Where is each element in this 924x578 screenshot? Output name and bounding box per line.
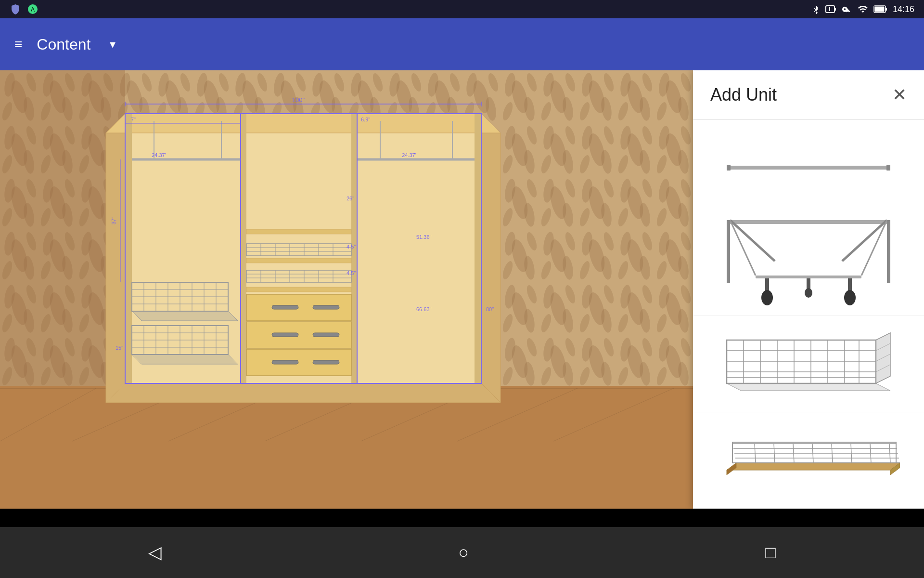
svg-point-128 <box>761 290 773 305</box>
app-bar: ≡ Content ▾ <box>0 18 924 70</box>
room-background: 100" 7" 24.37' 6.9" 24.37' 37" 26" 4.5" … <box>0 70 693 509</box>
svg-rect-34 <box>475 114 481 383</box>
svg-text:26": 26" <box>346 196 354 201</box>
svg-rect-120 <box>727 220 730 283</box>
svg-marker-30 <box>106 383 500 403</box>
svg-rect-118 <box>886 165 890 171</box>
svg-text:66.63": 66.63" <box>416 306 432 312</box>
wire-basket-image <box>710 326 907 403</box>
hanging-rail-image <box>710 151 907 185</box>
svg-rect-31 <box>125 114 132 383</box>
shelf-basket-svg <box>717 422 900 499</box>
home-button[interactable]: ○ <box>429 538 498 567</box>
svg-marker-152 <box>727 463 736 475</box>
svg-marker-27 <box>106 114 125 403</box>
app-title: Content <box>37 36 90 53</box>
svg-text:80": 80" <box>486 306 494 312</box>
svg-rect-89 <box>272 305 298 309</box>
bluetooth-icon <box>811 4 821 14</box>
panel-header: Add Unit ✕ <box>693 70 924 120</box>
svg-marker-146 <box>876 333 890 383</box>
closet-unit: 100" 7" 24.37' 6.9" 24.37' 37" 26" 4.5" … <box>96 94 505 422</box>
svg-rect-41 <box>246 229 351 234</box>
svg-line-164 <box>851 444 852 463</box>
svg-rect-7 <box>886 8 887 11</box>
svg-text:4.5": 4.5" <box>346 244 356 250</box>
unit-item-pull-down-rail[interactable] <box>693 216 924 316</box>
svg-line-162 <box>812 444 813 463</box>
unit-item-shelf-basket[interactable] <box>693 412 924 509</box>
svg-line-163 <box>832 444 833 463</box>
recent-button[interactable]: □ <box>736 538 805 567</box>
svg-rect-116 <box>727 166 890 170</box>
svg-rect-133 <box>727 340 876 383</box>
hanging-rail-svg <box>722 151 895 185</box>
dropdown-icon[interactable]: ▾ <box>110 38 116 51</box>
unit-item-wire-basket[interactable] <box>693 316 924 412</box>
battery-warning-icon <box>825 4 837 14</box>
svg-rect-90 <box>313 305 339 309</box>
svg-rect-121 <box>887 220 890 283</box>
svg-rect-91 <box>272 333 298 337</box>
unit-item-hanging-rail[interactable] <box>693 120 924 216</box>
svg-marker-55 <box>132 311 238 321</box>
svg-text:100": 100" <box>292 96 305 104</box>
svg-line-122 <box>730 220 775 261</box>
pull-down-rail-image <box>710 213 907 319</box>
status-time: 14:16 <box>893 4 914 14</box>
svg-line-159 <box>755 444 756 463</box>
svg-point-130 <box>844 290 856 305</box>
svg-rect-93 <box>272 360 298 364</box>
close-button[interactable]: ✕ <box>892 86 907 104</box>
svg-text:37": 37" <box>111 217 116 224</box>
svg-rect-94 <box>313 360 339 364</box>
svg-marker-67 <box>132 355 238 364</box>
svg-line-165 <box>870 444 871 463</box>
svg-rect-167 <box>732 442 896 463</box>
android-icon: A <box>27 3 38 15</box>
pull-down-rail-svg <box>717 213 900 319</box>
wire-basket-svg <box>717 326 900 403</box>
svg-rect-3 <box>834 8 836 11</box>
wifi-icon <box>857 4 869 14</box>
svg-line-125 <box>861 220 887 276</box>
main-content: 100" 7" 24.37' 6.9" 24.37' 37" 26" 4.5" … <box>0 70 924 509</box>
svg-text:4.5": 4.5" <box>346 270 356 276</box>
svg-rect-117 <box>727 165 731 171</box>
back-button[interactable]: ◁ <box>119 538 191 567</box>
svg-marker-28 <box>481 114 500 403</box>
3d-view[interactable]: 100" 7" 24.37' 6.9" 24.37' 37" 26" 4.5" … <box>0 70 693 509</box>
svg-rect-119 <box>727 220 890 224</box>
svg-point-132 <box>805 288 812 298</box>
svg-line-161 <box>793 444 794 463</box>
svg-text:7": 7" <box>131 117 136 122</box>
key-icon <box>842 4 852 14</box>
svg-line-160 <box>774 444 775 463</box>
svg-line-124 <box>842 220 887 261</box>
battery-icon <box>873 5 888 13</box>
status-right-icons: 14:16 <box>811 4 914 14</box>
svg-rect-43 <box>246 287 351 292</box>
menu-icon[interactable]: ≡ <box>14 37 22 52</box>
svg-text:51.36": 51.36" <box>416 234 432 240</box>
status-bar: A 14:16 <box>0 0 924 18</box>
svg-text:24.37': 24.37' <box>402 152 416 158</box>
svg-rect-126 <box>756 276 861 278</box>
svg-line-166 <box>889 444 890 463</box>
add-unit-panel: Add Unit ✕ <box>693 70 924 509</box>
svg-rect-6 <box>874 7 884 12</box>
svg-text:6.9": 6.9" <box>361 117 370 122</box>
shield-icon <box>10 3 21 15</box>
status-left-icons: A <box>10 3 38 15</box>
svg-text:15": 15" <box>116 345 123 351</box>
svg-rect-32 <box>241 114 246 383</box>
svg-text:A: A <box>31 6 35 13</box>
shelf-basket-image <box>710 422 907 499</box>
panel-title: Add Unit <box>710 85 777 105</box>
nav-bar: ◁ ○ □ <box>0 527 924 578</box>
svg-text:24.37': 24.37' <box>152 152 166 158</box>
svg-marker-150 <box>727 383 890 391</box>
svg-rect-42 <box>246 258 351 263</box>
svg-line-123 <box>730 220 756 276</box>
svg-rect-92 <box>313 333 339 337</box>
